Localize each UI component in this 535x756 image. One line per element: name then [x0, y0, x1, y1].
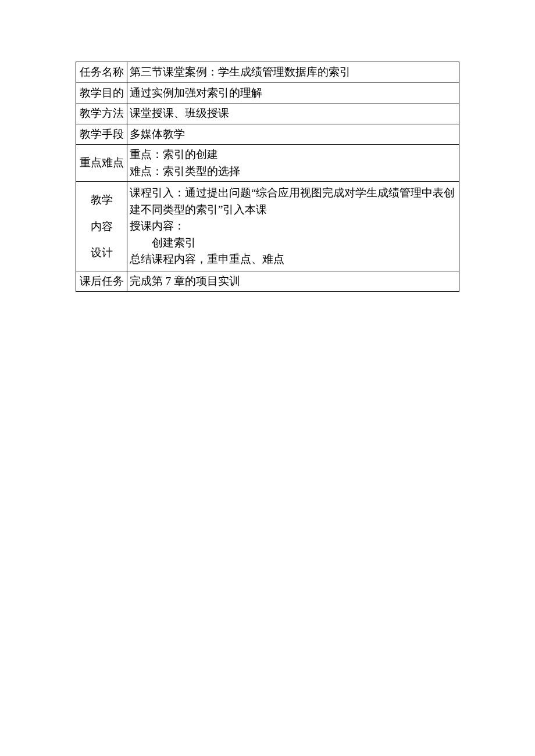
row-label-homework: 课后任务 — [76, 271, 127, 292]
row-value-design: 课程引入：通过提出问题“综合应用视图完成对学生成绩管理中表创建不同类型的索引”引… — [127, 182, 459, 271]
keypoint-line: 重点：索引的创建 — [130, 146, 456, 163]
row-label-design: 教学 内容 设计 — [76, 182, 127, 271]
design-label-part: 教学 — [76, 187, 127, 213]
design-line: 总结课程内容，重申重点、难点 — [130, 251, 456, 268]
row-value-task-name: 第三节课堂案例：学生成绩管理数据库的索引 — [127, 62, 459, 83]
lesson-plan-table: 任务名称 第三节课堂案例：学生成绩管理数据库的索引 教学目的 通过实例加强对索引… — [76, 62, 459, 292]
row-value-method: 课堂授课、班级授课 — [127, 103, 459, 124]
keypoint-line: 难点：索引类型的选择 — [130, 163, 456, 180]
table-row: 教学 内容 设计 课程引入：通过提出问题“综合应用视图完成对学生成绩管理中表创建… — [76, 182, 459, 271]
table-row: 重点难点 重点：索引的创建 难点：索引类型的选择 — [76, 145, 459, 182]
table-row: 任务名称 第三节课堂案例：学生成绩管理数据库的索引 — [76, 62, 459, 83]
row-value-keypoints: 重点：索引的创建 难点：索引类型的选择 — [127, 145, 459, 182]
row-value-objective: 通过实例加强对索引的理解 — [127, 83, 459, 103]
table-row: 教学手段 多媒体教学 — [76, 124, 459, 145]
row-label-method: 教学方法 — [76, 103, 127, 124]
design-label-part: 内容 — [76, 213, 127, 240]
table-row: 教学方法 课堂授课、班级授课 — [76, 103, 459, 124]
row-label-task-name: 任务名称 — [76, 62, 127, 83]
design-line: 课程引入：通过提出问题“综合应用视图完成对学生成绩管理中表创建不同类型的索引”引… — [130, 185, 456, 218]
row-value-means: 多媒体教学 — [127, 124, 459, 145]
design-label-part: 设计 — [76, 239, 127, 266]
table-row: 课后任务 完成第 7 章的项目实训 — [76, 271, 459, 292]
row-label-objective: 教学目的 — [76, 83, 127, 103]
row-label-means: 教学手段 — [76, 124, 127, 145]
design-subline: 创建索引 — [130, 235, 456, 252]
row-value-homework: 完成第 7 章的项目实训 — [127, 271, 459, 292]
design-line: 授课内容： — [130, 218, 456, 235]
table-row: 教学目的 通过实例加强对索引的理解 — [76, 83, 459, 103]
row-label-keypoints: 重点难点 — [76, 145, 127, 182]
